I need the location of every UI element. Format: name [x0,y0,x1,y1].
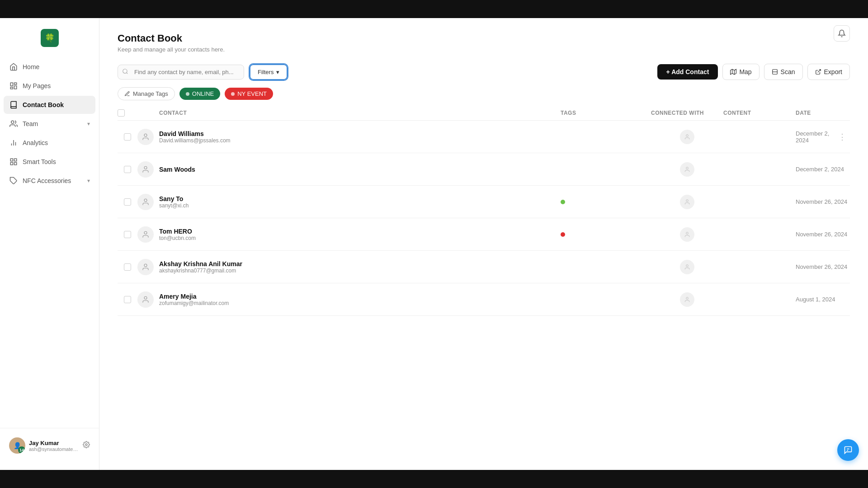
date-cell: November 26, 2024 [796,231,850,238]
chevron-down-icon: ▾ [87,121,90,127]
search-input[interactable] [118,65,244,80]
export-button[interactable]: Export [807,64,850,80]
sidebar-item-team[interactable]: Team ▾ [4,115,95,133]
connected-avatar [680,130,694,144]
avatar: 👤 14 [9,437,25,454]
home-icon [9,62,18,71]
date-value: December 2, 2024 [796,166,844,173]
connected-avatar [680,260,694,274]
table-row: Sany To sanyt@xi.ch November 26, 2024 [118,186,850,218]
chat-fab-button[interactable] [837,439,859,461]
scan-button[interactable]: Scan [764,64,803,80]
table-row: Sam Woods December 2, 2024 [118,153,850,186]
sidebar-logo: 🍀 [0,25,99,58]
connected-cell [651,260,723,274]
export-label: Export [824,68,842,75]
user-name: Jay Kumar [29,440,79,446]
user-text: Jay Kumar ash@synxautomate.com [29,440,79,452]
contact-info: David Williams David.williams@jpssales.c… [137,129,561,145]
main-content: Contact Book Keep and manage all your co… [99,18,868,470]
svg-point-33 [686,297,689,299]
search-wrapper [118,65,244,80]
tag-pill-online[interactable]: ONLINE [179,88,220,100]
row-checkbox[interactable] [118,198,137,206]
avatar-badge: 14 [18,446,25,454]
table-row: Tom HERO ton@ucbn.com November 26, 2024 [118,218,850,251]
sidebar: 🍀 Home My Pages Contact Book [0,18,99,470]
svg-rect-1 [14,83,17,84]
date-value: August 1, 2024 [796,296,835,303]
svg-point-13 [85,444,87,446]
contact-info: Akshay Krishna Anil Kumar akshaykrishna0… [137,259,561,275]
grid-icon [9,157,18,166]
svg-point-24 [144,166,147,169]
contact-email: sanyt@xi.ch [159,202,189,209]
sidebar-bottom: 👤 14 Jay Kumar ash@synxautomate.com [0,428,99,463]
svg-point-25 [686,167,689,169]
svg-point-29 [686,232,689,234]
bottom-bar [0,470,868,488]
settings-icon[interactable] [83,441,90,450]
svg-line-21 [817,70,820,72]
tag-pill-ny-event[interactable]: NY EVENT [225,88,273,100]
contact-details: Tom HERO ton@ucbn.com [159,228,196,241]
tag-dot [231,92,235,96]
sidebar-item-label: Team [23,120,38,127]
page-title: Contact Book [118,33,850,44]
row-checkbox[interactable] [118,133,137,141]
row-checkbox[interactable] [118,166,137,173]
toolbar-right: + Add Contact Map Scan Export [657,64,850,80]
manage-tags-label: Manage Tags [133,90,168,97]
contact-avatar [137,259,154,275]
manage-tags-button[interactable]: Manage Tags [118,87,175,100]
filter-label: Filters [258,69,274,75]
sidebar-item-my-pages[interactable]: My Pages [4,77,95,95]
tag-label: NY EVENT [237,90,267,97]
contact-avatar [137,129,154,145]
sidebar-item-analytics[interactable]: Analytics [4,134,95,152]
tag-cell [561,200,651,204]
svg-point-30 [144,264,147,267]
row-checkbox[interactable] [118,296,137,303]
add-contact-button[interactable]: + Add Contact [657,64,718,80]
svg-point-32 [144,296,147,299]
connected-cell [651,292,723,307]
sidebar-item-label: NFC Accessories [23,177,71,184]
contact-name: Tom HERO [159,228,196,235]
contact-details: David Williams David.williams@jpssales.c… [159,130,231,144]
chevron-down-icon: ▾ [87,178,90,184]
sidebar-item-home[interactable]: Home [4,58,95,76]
th-tags: Tags [561,110,651,116]
filter-icon: ▾ [276,69,279,75]
th-checkbox [118,109,137,117]
contact-details: Sany To sanyt@xi.ch [159,195,189,209]
tag-filters: Manage Tags ONLINE NY EVENT [118,87,850,100]
user-email: ash@synxautomate.com [29,446,79,452]
user-profile[interactable]: 👤 14 Jay Kumar ash@synxautomate.com [5,434,94,457]
connected-avatar [680,292,694,307]
row-checkbox[interactable] [118,263,137,271]
svg-point-31 [686,264,689,267]
sidebar-item-nfc-accessories[interactable]: NFC Accessories ▾ [4,172,95,190]
connected-avatar [680,162,694,177]
table-row: David Williams David.williams@jpssales.c… [118,121,850,153]
more-options-button[interactable]: ⋮ [835,130,850,144]
svg-rect-3 [10,87,13,89]
svg-point-14 [123,69,127,73]
contact-name: Sany To [159,195,189,202]
row-checkbox[interactable] [118,231,137,238]
th-connected-with: Connected With [651,110,723,116]
filter-button[interactable]: Filters ▾ [250,64,288,80]
notification-button[interactable] [834,25,850,42]
table-row: Amery Mejia zofumamigy@mailinator.com Au… [118,283,850,316]
date-value: December 2, 2024 [796,130,835,144]
th-date: Date [796,110,850,116]
table-row: Akshay Krishna Anil Kumar akshaykrishna0… [118,251,850,283]
map-button[interactable]: Map [722,64,759,80]
contact-details: Amery Mejia zofumamigy@mailinator.com [159,293,229,306]
sidebar-item-contact-book[interactable]: Contact Book [4,96,95,114]
sidebar-item-label: My Pages [23,82,51,89]
contact-avatar [137,291,154,308]
contact-avatar [137,226,154,243]
sidebar-item-smart-tools[interactable]: Smart Tools [4,153,95,171]
